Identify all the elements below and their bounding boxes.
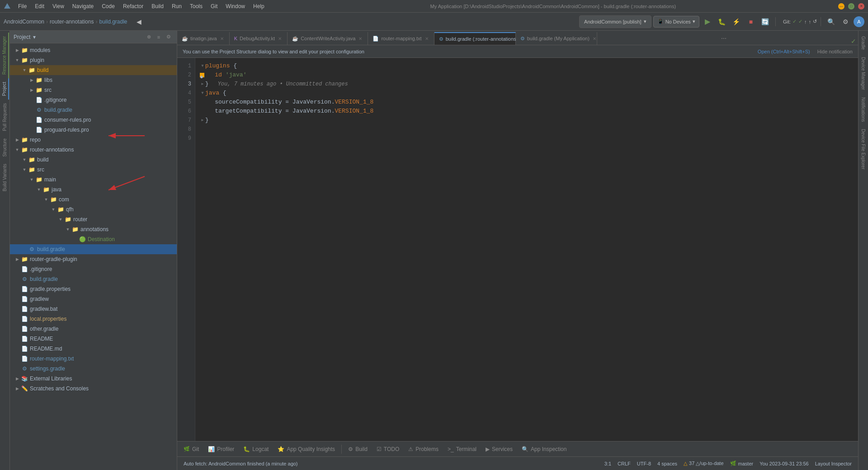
- bottom-tab-todo[interactable]: ☑ TODO: [372, 442, 404, 456]
- menu-build[interactable]: Build: [148, 2, 167, 10]
- menu-edit[interactable]: Edit: [31, 2, 48, 10]
- tree-item-scratches[interactable]: ▶ ✏️ Scratches and Consoles: [10, 384, 177, 394]
- tree-item-root-gitignore[interactable]: ▶ 📄 .gitignore: [10, 264, 177, 274]
- breadcrumb-module[interactable]: router-annotations: [50, 19, 94, 25]
- right-tab-gradle[interactable]: Gradle: [859, 33, 867, 53]
- tab-build-gradle-ra[interactable]: ⚙ build.gradle (:router-annotations) ✕: [434, 32, 516, 45]
- menu-help[interactable]: Help: [250, 2, 268, 10]
- tab-close-icon[interactable]: ✕: [277, 36, 283, 42]
- tree-item-build-gradle-plugin[interactable]: ▶ ⚙ build.gradle: [10, 105, 177, 115]
- tree-item-build-gradle-ra[interactable]: ▶ ⚙ build.gradle: [10, 244, 177, 254]
- bottom-tab-terminal[interactable]: >_ Terminal: [443, 442, 481, 456]
- status-cursor[interactable]: 3:1: [602, 460, 614, 467]
- tab-content-write[interactable]: ☕ ContentWriteActivity.java ✕: [288, 32, 368, 45]
- profile-button[interactable]: ⚡: [730, 15, 743, 28]
- menu-git[interactable]: Git: [207, 2, 221, 10]
- status-branch[interactable]: 🌿 master: [727, 460, 756, 467]
- bottom-tab-logcat[interactable]: 🐛 Logcat: [239, 442, 273, 456]
- git-undo-icon[interactable]: ↺: [813, 19, 817, 24]
- tree-item-router[interactable]: ▼ 📁 router: [10, 214, 177, 224]
- menu-code[interactable]: Code: [98, 2, 118, 10]
- tree-item-consumer-rules[interactable]: ▶ 📄 consumer-rules.pro: [10, 115, 177, 125]
- search-button[interactable]: 🔍: [825, 15, 837, 28]
- tree-item-qfh[interactable]: ▼ 📁 qfh: [10, 204, 177, 214]
- status-warnings[interactable]: △ 37 △/up-to-date: [681, 460, 726, 467]
- tree-item-repo[interactable]: ▶ 📁 repo: [10, 135, 177, 145]
- menu-file[interactable]: File: [14, 2, 30, 10]
- bottom-tab-profiler[interactable]: 📊 Profiler: [203, 442, 239, 456]
- tab-close-icon[interactable]: ✕: [358, 36, 363, 42]
- tab-close-icon[interactable]: ✕: [592, 36, 597, 42]
- tree-item-plugin[interactable]: ▼ 📁 plugin: [10, 55, 177, 65]
- menu-run[interactable]: Run: [168, 2, 185, 10]
- breadcrumb-project[interactable]: AndroidCommon: [4, 19, 44, 25]
- sidebar-tab-structure[interactable]: Structure: [1, 135, 9, 161]
- tree-item-modules[interactable]: ▶ 📁 modules: [10, 45, 177, 55]
- fold-icon-2[interactable]: ▸: [201, 80, 204, 89]
- right-tab-dfe[interactable]: Device File Explorer: [859, 125, 867, 173]
- tab-close-icon[interactable]: ✕: [424, 36, 429, 42]
- bottom-tab-build[interactable]: ⚙ Build: [344, 442, 372, 456]
- status-layout-inspector[interactable]: Layout Inspector: [812, 460, 854, 467]
- bottom-tab-app-quality[interactable]: ⭐ App Quality Insights: [273, 442, 340, 456]
- menu-refactor[interactable]: Refactor: [119, 2, 147, 10]
- menu-window[interactable]: Window: [222, 2, 249, 10]
- tab-tinatign[interactable]: ☕ tinatign.java ✕: [177, 32, 230, 45]
- stop-button[interactable]: ■: [745, 15, 757, 28]
- project-dropdown[interactable]: AndroidCommon [publish] ▾: [579, 15, 651, 28]
- run-button[interactable]: ▶: [701, 15, 714, 28]
- tab-build-gradle-main[interactable]: ⚙ build.gradle (My Application) ✕: [516, 32, 597, 45]
- sidebar-tab-resource-manager[interactable]: Resource Manager: [0, 33, 9, 78]
- breadcrumb-file[interactable]: build.gradle: [99, 19, 127, 25]
- bottom-tab-app-inspection[interactable]: 🔍 App Inspection: [517, 442, 571, 456]
- user-avatar[interactable]: A: [854, 16, 864, 27]
- tree-item-external-libraries[interactable]: ▶ 📚 External Libraries: [10, 374, 177, 384]
- tree-item-src[interactable]: ▶ 📁 src: [10, 85, 177, 95]
- tree-item-com[interactable]: ▼ 📁 com: [10, 195, 177, 204]
- git-push-icon[interactable]: ↑: [804, 19, 807, 24]
- tree-item-root-build-gradle[interactable]: ▶ ⚙ build.gradle: [10, 274, 177, 284]
- bottom-tab-services[interactable]: ▶ Services: [481, 442, 517, 456]
- tree-item-router-gradle-plugin[interactable]: ▶ 📁 router-gradle-plugin: [10, 254, 177, 264]
- maximize-button[interactable]: □: [848, 3, 854, 9]
- tree-item-plugin-build[interactable]: ▼ 📁 build: [10, 65, 177, 75]
- fold-icon-4[interactable]: ▸: [201, 116, 204, 125]
- tab-more-button[interactable]: ⋯: [717, 32, 730, 45]
- sidebar-tab-build-variants[interactable]: Build Variants: [1, 160, 9, 195]
- tree-item-router-mapping[interactable]: ▶ 📄 router-mapping.txt: [10, 354, 177, 364]
- settings-button[interactable]: ⚙: [839, 15, 852, 28]
- tree-item-java[interactable]: ▼ 📁 java: [10, 185, 177, 195]
- bottom-tab-git[interactable]: 🌿 Git: [179, 442, 203, 456]
- tree-item-gradlew[interactable]: ▶ 📄 gradlew: [10, 294, 177, 304]
- code-content[interactable]: ▾ plugins { ● id 'java' ▸ } You, 7 min: [195, 58, 858, 441]
- sidebar-tab-pull-requests[interactable]: Pull Requests: [1, 100, 9, 135]
- panel-expand-icon[interactable]: ≡: [154, 33, 163, 42]
- tab-router-mapping[interactable]: 📄 router-mapping.txt ✕: [368, 32, 434, 45]
- close-button[interactable]: ✕: [858, 3, 864, 9]
- tree-item-gitignore[interactable]: ▶ 📄 .gitignore: [10, 95, 177, 105]
- notification-close[interactable]: Hide notification: [817, 49, 853, 54]
- tree-item-proguard-rules[interactable]: ▶ 📄 proguard-rules.pro: [10, 125, 177, 135]
- menu-tools[interactable]: Tools: [186, 2, 206, 10]
- tree-item-annotations[interactable]: ▼ 📁 annotations: [10, 224, 177, 234]
- right-tab-notifications[interactable]: Notifications: [859, 94, 867, 125]
- menu-view[interactable]: View: [49, 2, 68, 10]
- tree-item-readme-md[interactable]: ▶ 📄 README.md: [10, 344, 177, 354]
- debug-button[interactable]: 🐛: [716, 15, 728, 28]
- devices-dropdown[interactable]: 📱 No Devices ▾: [653, 16, 699, 28]
- toolbar-back[interactable]: ◀: [133, 15, 146, 28]
- sidebar-tab-project[interactable]: Project: [0, 78, 9, 100]
- tree-item-readme[interactable]: ▶ 📄 README: [10, 334, 177, 344]
- notification-link[interactable]: Open (Ctrl+Alt+Shift+S): [758, 49, 810, 54]
- git-push-icon-2[interactable]: ↑: [809, 19, 811, 24]
- fold-icon[interactable]: ▾: [201, 62, 204, 71]
- tree-item-gradle-properties[interactable]: ▶ 📄 gradle.properties: [10, 284, 177, 294]
- project-panel-dropdown[interactable]: ▾: [33, 34, 36, 40]
- bottom-tab-problems[interactable]: ⚠ Problems: [404, 442, 443, 456]
- tab-close-icon[interactable]: ✕: [219, 36, 225, 42]
- tree-item-router-annotations[interactable]: ▼ 📁 router-annotations: [10, 145, 177, 155]
- tree-item-settings-gradle[interactable]: ▶ ⚙ settings.gradle: [10, 364, 177, 374]
- tab-debug-activity[interactable]: K DebugActivity.kt ✕: [230, 32, 288, 45]
- menu-navigate[interactable]: Navigate: [69, 2, 97, 10]
- tree-item-ra-src[interactable]: ▼ 📁 src: [10, 165, 177, 175]
